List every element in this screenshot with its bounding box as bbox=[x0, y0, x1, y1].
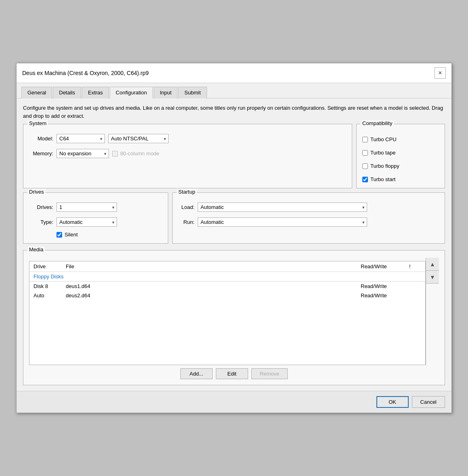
close-button[interactable]: × bbox=[435, 67, 446, 79]
turbo-start-checkbox[interactable] bbox=[362, 177, 368, 182]
drives-type-select[interactable]: Automatic 1541 1571 1581 bbox=[56, 217, 117, 227]
remove-button[interactable]: Remove bbox=[251, 368, 288, 379]
system-section: System Model: C64 C128 VIC-20 C16/Plus4 bbox=[23, 124, 352, 188]
silent-checkbox[interactable] bbox=[56, 232, 62, 238]
drives-label: Drives bbox=[27, 189, 46, 195]
drives-count-label: Drives: bbox=[29, 204, 53, 210]
edit-button[interactable]: Edit bbox=[216, 368, 248, 379]
col-header-exclaim: ! bbox=[409, 263, 421, 269]
tab-input[interactable]: Input bbox=[154, 87, 178, 98]
media-section: Media Drive File Read/Write ! Floppy Dis… bbox=[23, 250, 445, 385]
row2-exclaim bbox=[409, 292, 421, 299]
ok-button[interactable]: OK bbox=[376, 396, 409, 408]
compat-turbo-cpu: Turbo CPU bbox=[362, 136, 439, 142]
row1-exclaim bbox=[409, 283, 421, 289]
memory-row: Memory: No expansion 128K 256K 512K 80-c… bbox=[29, 149, 346, 158]
row1-readwrite: Read/Write bbox=[361, 283, 409, 289]
drives-count-select[interactable]: 1 2 3 4 bbox=[56, 203, 117, 212]
media-label: Media bbox=[27, 246, 45, 253]
system-compat-row: System Model: C64 C128 VIC-20 C16/Plus4 bbox=[23, 124, 445, 188]
media-table-container: Drive File Read/Write ! Floppy Disks Dis… bbox=[29, 261, 426, 365]
title-bar: Deus ex Machina (Crest & Oxyron, 2000, C… bbox=[17, 63, 451, 83]
system-label: System bbox=[27, 120, 48, 126]
row1-drive: Disk 8 bbox=[33, 283, 66, 289]
load-row: Load: Automatic Manual bbox=[178, 203, 439, 212]
model-select-wrapper: C64 C128 VIC-20 C16/Plus4 bbox=[56, 134, 105, 143]
tab-extras[interactable]: Extras bbox=[82, 87, 109, 98]
add-button[interactable]: Add... bbox=[180, 368, 213, 379]
turbo-floppy-checkbox[interactable] bbox=[362, 163, 368, 169]
column-mode-row: 80-column mode bbox=[112, 150, 159, 157]
table-row[interactable]: Disk 8 deus1.d64 Read/Write bbox=[29, 282, 425, 291]
media-action-buttons: Add... Edit Remove bbox=[29, 368, 439, 379]
silent-row: Silent bbox=[56, 232, 162, 238]
drives-startup-row: Drives Drives: 1 2 3 4 Type: bbox=[23, 192, 445, 244]
col-header-file: File bbox=[66, 263, 361, 269]
load-select-wrapper: Automatic Manual bbox=[198, 203, 367, 212]
row2-file: deus2.d64 bbox=[66, 292, 361, 299]
turbo-start-label: Turbo start bbox=[370, 176, 395, 182]
startup-section: Startup Load: Automatic Manual Run: Aut bbox=[172, 192, 445, 244]
turbo-tape-label: Turbo tape bbox=[370, 150, 395, 156]
col-header-readwrite: Read/Write bbox=[361, 263, 409, 269]
column-mode-label: 80-column mode bbox=[120, 150, 159, 157]
model-label: Model: bbox=[29, 136, 53, 142]
tab-configuration[interactable]: Configuration bbox=[110, 87, 153, 98]
run-select[interactable]: Automatic Manual bbox=[198, 217, 367, 227]
turbo-tape-checkbox[interactable] bbox=[362, 150, 368, 156]
table-row[interactable]: Auto deus2.d64 Read/Write bbox=[29, 291, 425, 300]
scroll-down-button[interactable]: ▼ bbox=[426, 271, 439, 284]
startup-label: Startup bbox=[177, 189, 197, 195]
drives-count-row: Drives: 1 2 3 4 bbox=[29, 203, 162, 212]
turbo-cpu-label: Turbo CPU bbox=[370, 136, 397, 142]
col-header-drive: Drive bbox=[33, 263, 66, 269]
region-select[interactable]: Auto NTSC/PAL NTSC PAL bbox=[108, 134, 169, 143]
row2-readwrite: Read/Write bbox=[361, 292, 409, 299]
compat-label: Compatibility bbox=[361, 120, 394, 126]
turbo-cpu-checkbox[interactable] bbox=[362, 137, 368, 142]
run-row: Run: Automatic Manual bbox=[178, 217, 439, 227]
memory-select[interactable]: No expansion 128K 256K 512K bbox=[56, 149, 109, 158]
region-select-wrapper: Auto NTSC/PAL NTSC PAL bbox=[108, 134, 169, 143]
drives-section: Drives Drives: 1 2 3 4 Type: bbox=[23, 192, 168, 244]
model-select[interactable]: C64 C128 VIC-20 C16/Plus4 bbox=[56, 134, 105, 143]
tab-general[interactable]: General bbox=[21, 87, 52, 98]
scroll-buttons: ▲ ▼ bbox=[426, 258, 439, 365]
media-table-area: Drive File Read/Write ! Floppy Disks Dis… bbox=[29, 258, 439, 365]
tab-submit[interactable]: Submit bbox=[178, 87, 207, 98]
compat-turbo-floppy: Turbo floppy bbox=[362, 163, 439, 169]
main-content: Configure the system and set up drives a… bbox=[17, 98, 451, 391]
compat-items: Turbo CPU Turbo tape Turbo floppy Turbo … bbox=[362, 132, 439, 182]
drives-type-row: Type: Automatic 1541 1571 1581 bbox=[29, 217, 162, 227]
drives-type-label: Type: bbox=[29, 219, 53, 225]
tab-bar: General Details Extras Configuration Inp… bbox=[17, 83, 451, 98]
main-window: Deus ex Machina (Crest & Oxyron, 2000, C… bbox=[16, 63, 452, 413]
load-label: Load: bbox=[178, 204, 194, 210]
scroll-up-button[interactable]: ▲ bbox=[426, 258, 439, 271]
table-empty-space bbox=[29, 300, 425, 365]
drives-select-wrapper: 1 2 3 4 bbox=[56, 203, 117, 212]
cancel-button[interactable]: Cancel bbox=[412, 396, 445, 408]
compat-turbo-start: Turbo start bbox=[362, 176, 439, 182]
compat-turbo-tape: Turbo tape bbox=[362, 150, 439, 156]
description-text: Configure the system and set up drives a… bbox=[23, 104, 445, 120]
floppy-disks-category: Floppy Disks bbox=[29, 272, 425, 282]
row1-file: deus1.d64 bbox=[66, 283, 361, 289]
memory-label: Memory: bbox=[29, 150, 53, 157]
load-select[interactable]: Automatic Manual bbox=[198, 203, 367, 212]
run-label: Run: bbox=[178, 219, 194, 225]
table-header: Drive File Read/Write ! bbox=[29, 261, 425, 272]
memory-select-wrapper: No expansion 128K 256K 512K bbox=[56, 149, 109, 158]
tab-details[interactable]: Details bbox=[53, 87, 81, 98]
footer: OK Cancel bbox=[17, 391, 451, 413]
compatibility-section: Compatibility Turbo CPU Turbo tape Turbo… bbox=[356, 124, 445, 188]
silent-label: Silent bbox=[65, 232, 78, 238]
column-mode-checkbox[interactable] bbox=[112, 151, 118, 157]
window-title: Deus ex Machina (Crest & Oxyron, 2000, C… bbox=[22, 70, 149, 76]
turbo-floppy-label: Turbo floppy bbox=[370, 163, 399, 169]
row2-drive: Auto bbox=[33, 292, 66, 299]
type-select-wrapper: Automatic 1541 1571 1581 bbox=[56, 217, 117, 227]
model-row: Model: C64 C128 VIC-20 C16/Plus4 Auto NT… bbox=[29, 134, 346, 143]
run-select-wrapper: Automatic Manual bbox=[198, 217, 367, 227]
